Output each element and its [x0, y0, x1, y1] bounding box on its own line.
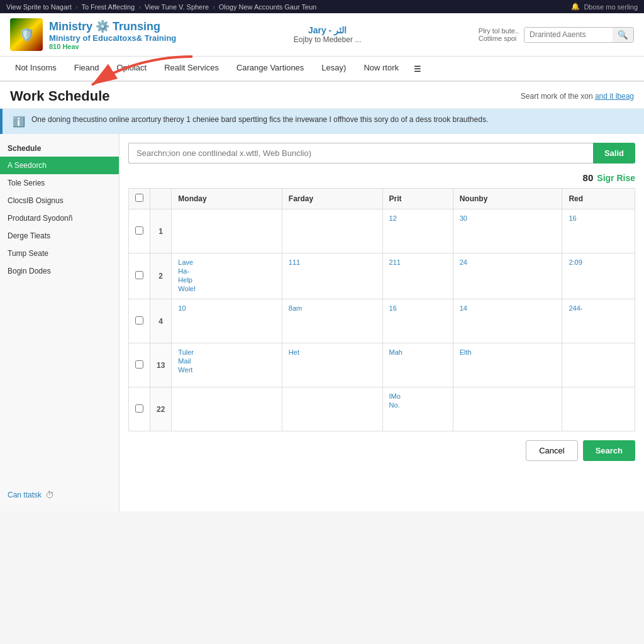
header-date: Jary - الثر [189, 25, 466, 35]
org-name-sub: Ministry of Educaltoxs& Training [49, 33, 176, 43]
calendar-cell [282, 387, 382, 431]
calendar-cell: Het [282, 343, 382, 387]
calendar-event[interactable]: Ha- [178, 267, 275, 275]
calendar-event[interactable]: 16 [569, 214, 628, 222]
header-user-label: Plry tol bute.. [479, 27, 519, 35]
calendar-event[interactable]: 244- [569, 304, 628, 312]
calendar-cell [172, 209, 282, 253]
header-search-button[interactable]: 🔍 [613, 28, 633, 42]
header-search-area[interactable]: 🔍 [524, 27, 634, 43]
breadcrumb-4: Ology New Accounts Gaur Teun [219, 3, 317, 11]
select-all-checkbox[interactable] [135, 194, 143, 202]
calendar-sign-button[interactable]: Sigr Rise [597, 173, 635, 183]
sidebar-item-3[interactable]: Produtard Syodonñ [0, 209, 119, 227]
sidebar-item-5[interactable]: Tump Seate [0, 245, 119, 262]
sidebar-bottom-link[interactable]: Can ttatsk [8, 491, 42, 499]
calendar-cell: 8am [282, 299, 382, 343]
calendar-cell [282, 209, 382, 253]
sidebar-item-6[interactable]: Bogin Dodes [0, 262, 119, 280]
nav-icon[interactable]: ☰ [408, 59, 428, 79]
calendar-event[interactable]: Tuler [178, 348, 275, 356]
calendar-cell [562, 343, 635, 387]
row-checkbox[interactable] [135, 360, 143, 369]
header-search-input[interactable] [525, 28, 613, 42]
calendar-event[interactable]: 211 [389, 258, 447, 266]
calendar-cell: IMoNo. [382, 387, 453, 431]
calendar-event[interactable]: 14 [460, 304, 556, 312]
col-farday: Farday [282, 189, 382, 209]
calendar-event[interactable]: 30 [460, 214, 556, 222]
calendar-cell: Elth [453, 343, 562, 387]
calendar-event[interactable]: Mah [389, 348, 447, 356]
calendar-cell: 10 [172, 299, 282, 343]
calendar-event[interactable]: Mail [178, 357, 275, 365]
info-icon: ℹ️ [13, 116, 25, 128]
calendar-event[interactable]: 12 [389, 214, 447, 222]
page-title: Work Schedule [10, 88, 110, 104]
nav-item-5[interactable]: Lesay) [313, 57, 355, 80]
calendar-event[interactable]: Het [289, 348, 376, 356]
breadcrumb-1: View Sprite to Nagart [6, 3, 72, 11]
calendar-event[interactable]: 111 [289, 258, 376, 266]
nav-item-3[interactable]: Realit Services [155, 57, 228, 80]
table-row: 1123016 [129, 209, 635, 253]
calendar-cell: 14 [453, 299, 562, 343]
calendar-cell [172, 387, 282, 431]
calendar-event[interactable]: Wolel [178, 285, 275, 292]
col-week [150, 189, 172, 209]
week-number: 4 [150, 299, 172, 343]
calendar-event[interactable]: Elth [460, 348, 556, 356]
sidebar-bottom-icon: ⏱ [45, 490, 54, 500]
sidebar-item-4[interactable]: Derge Tieats [0, 227, 119, 245]
breadcrumb-area: View Sprite to Nagart › To Frest Affecti… [6, 3, 316, 11]
row-checkbox[interactable] [135, 271, 143, 279]
calendar-event[interactable]: 16 [389, 304, 447, 312]
header-user-info: Plry tol bute.. Cotlime spoi [479, 27, 519, 42]
calendar-event[interactable]: Wert [178, 366, 275, 374]
header-right: Plry tol bute.. Cotlime spoi 🔍 [479, 27, 634, 43]
calendar-event[interactable]: Help [178, 276, 275, 284]
header: 🛡️ Ministry ⚙️ Trunsing Ministry of Educ… [0, 13, 644, 57]
org-name: Ministry ⚙️ Trunsing Ministry of Educalt… [49, 19, 176, 50]
table-row: 13TulerMailWertHetMahElth [129, 343, 635, 387]
nav-item-1[interactable]: Fieand [65, 57, 108, 80]
nav-item-0[interactable]: Not Insoms [6, 57, 65, 80]
calendar-cell: 211 [382, 253, 453, 299]
sidebar-item-0[interactable]: A Seedorch [0, 157, 119, 174]
row-checkbox[interactable] [135, 316, 143, 325]
page-title-link[interactable]: and it lbeag [595, 92, 634, 101]
search-button[interactable]: Search [583, 440, 635, 461]
nav-item-6[interactable]: Now rtork [355, 57, 408, 80]
calendar-event[interactable]: No. [389, 401, 447, 409]
col-red: Red [562, 189, 635, 209]
week-number: 22 [150, 387, 172, 431]
row-checkbox-cell [129, 209, 150, 253]
calendar-cell: Mah [382, 343, 453, 387]
header-subtitle: Eojby to Medeber ... [189, 35, 466, 44]
calendar-event[interactable]: 24 [460, 258, 556, 266]
calendar-event[interactable]: IMo [389, 392, 447, 400]
calendar-search-input[interactable] [128, 143, 593, 164]
week-number: 13 [150, 343, 172, 387]
nav-item-4[interactable]: Carange Vartiones [228, 57, 313, 80]
row-checkbox[interactable] [135, 404, 143, 413]
nav-item-2[interactable]: Opiolact [108, 57, 156, 80]
week-number: 1 [150, 209, 172, 253]
calendar-event[interactable]: 10 [178, 304, 275, 312]
calendar-event[interactable]: 2:09 [569, 258, 628, 266]
cancel-button[interactable]: Cancel [526, 440, 577, 461]
calendar-event[interactable]: 8am [289, 304, 376, 312]
header-user-value: Cotlime spoi [479, 35, 519, 42]
row-checkbox[interactable] [135, 226, 143, 235]
table-row: 2LaveHa-HelpWolel111211242:09 [129, 253, 635, 299]
calendar-search-button[interactable]: Salid [593, 143, 635, 164]
main-nav: Not Insoms Fieand Opiolact Realit Servic… [0, 57, 644, 82]
calendar-cell: 2:09 [562, 253, 635, 299]
sidebar-item-1[interactable]: Tole Series [0, 174, 119, 192]
calendar-search-bar: Salid [128, 143, 635, 164]
calendar-table: Monday Farday Prit Nounby Red 11230162La… [128, 188, 635, 431]
sidebar-item-2[interactable]: ClocsIB Osignus [0, 192, 119, 209]
calendar-event[interactable]: Lave [178, 258, 275, 266]
bottom-actions: Cancel Search [128, 440, 635, 461]
info-banner: ℹ️ One doning thecustino online arcortur… [0, 109, 644, 134]
